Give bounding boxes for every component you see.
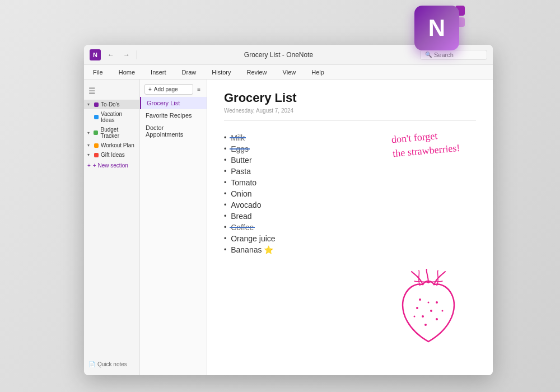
- svg-point-5: [419, 298, 421, 301]
- note-area[interactable]: Grocery List Wednesday, August 7, 2024 •…: [207, 80, 493, 375]
- svg-point-9: [442, 310, 444, 312]
- notes-icon: 📄: [88, 361, 95, 367]
- section-color-gifts: [94, 153, 99, 157]
- svg-point-3: [436, 318, 438, 320]
- section-color-budget: [94, 130, 98, 135]
- sidebar-item-vacation[interactable]: Vacation Ideas: [84, 109, 139, 125]
- section-label-workout: Workout Plan: [101, 142, 134, 148]
- new-section-button[interactable]: + + New section: [84, 161, 139, 170]
- page-item-recipes[interactable]: Favorite Recipes: [140, 109, 207, 122]
- strawberry-drawing: [392, 269, 465, 347]
- section-label-budget: Budget Tracker: [100, 127, 136, 139]
- add-icon: +: [148, 86, 152, 92]
- section-color-workout: [94, 143, 99, 148]
- onenote-window: N ← → Grocery List - OneNote 🔍 File Home…: [84, 45, 493, 375]
- bullet-icon: •: [224, 223, 226, 231]
- new-section-label: + New section: [93, 162, 128, 169]
- bullet-icon: •: [224, 156, 226, 164]
- svg-point-6: [436, 301, 438, 304]
- section-label-vacation: Vacation Ideas: [101, 111, 136, 123]
- back-button[interactable]: ←: [105, 50, 116, 60]
- item-eggs: Eggs: [231, 144, 249, 153]
- chevron-down-icon: ▾: [87, 102, 92, 107]
- item-oj: Orange juice: [231, 234, 275, 243]
- add-page-button[interactable]: + Add page: [144, 84, 193, 95]
- sidebar-item-gifts[interactable]: ▾ Gift Ideas: [84, 150, 139, 160]
- sections-sidebar: ☰ ▾ To-Do's Vacation Ideas ▾ Budget T: [84, 80, 140, 375]
- chevron-right-workout-icon: ▾: [87, 143, 92, 148]
- note-title: Grocery List: [224, 91, 476, 105]
- hamburger-menu[interactable]: ☰: [84, 84, 139, 97]
- section-label-todos: To-Do's: [101, 101, 120, 108]
- bullet-icon: •: [224, 190, 226, 198]
- list-item: • Tomato: [224, 177, 476, 188]
- bullet-icon: •: [224, 167, 226, 175]
- note-date: Wednesday, August 7, 2024: [224, 108, 476, 121]
- list-item: • Pasta: [224, 166, 476, 177]
- forward-button[interactable]: →: [121, 50, 132, 60]
- page-item-doctor[interactable]: Doctor Appointments: [140, 122, 207, 141]
- svg-point-2: [430, 310, 432, 312]
- bullet-icon: •: [224, 235, 226, 242]
- handwritten-note: don't forget the strawberries!: [391, 127, 460, 161]
- item-butter: Butter: [231, 156, 251, 165]
- bullet-icon: •: [224, 201, 226, 209]
- svg-point-4: [424, 324, 427, 326]
- section-color-todos: [94, 102, 99, 107]
- pages-sidebar: + Add page ≡ Grocery List Favorite Recip…: [140, 80, 207, 375]
- ribbon-insert[interactable]: Insert: [148, 68, 169, 77]
- onenote-logo: N: [409, 6, 465, 67]
- section-color-vacation: [94, 115, 99, 119]
- list-item: • Avocado: [224, 199, 476, 211]
- ribbon-home[interactable]: Home: [116, 68, 137, 77]
- add-page-label: Add page: [154, 86, 178, 92]
- chevron-right-icon: ▾: [87, 130, 91, 136]
- onenote-app-icon: N: [90, 49, 101, 60]
- sidebar-item-budget[interactable]: ▾ Budget Tracker: [84, 125, 139, 141]
- svg-point-7: [428, 302, 430, 304]
- pages-toolbar: + Add page ≡: [140, 80, 207, 97]
- list-item: • Bread: [224, 211, 476, 222]
- ribbon-view[interactable]: View: [281, 68, 298, 77]
- item-bread: Bread: [231, 212, 251, 221]
- divider: [137, 50, 137, 59]
- bullet-icon: •: [224, 134, 226, 142]
- window-title: Grocery List - OneNote: [142, 51, 416, 59]
- item-milk: Milk: [231, 133, 245, 142]
- section-label-gifts: Gift Ideas: [101, 152, 125, 158]
- sidebar-item-todos[interactable]: ▾ To-Do's: [84, 100, 139, 109]
- logo-n-icon: N: [414, 6, 459, 50]
- page-item-grocery[interactable]: Grocery List: [140, 97, 207, 109]
- svg-point-0: [416, 307, 418, 309]
- sidebar-item-workout[interactable]: ▾ Workout Plan: [84, 141, 139, 150]
- quick-notes-label: Quick notes: [97, 361, 127, 367]
- ribbon-file[interactable]: File: [91, 68, 105, 77]
- item-avocado: Avocado: [231, 200, 261, 209]
- list-item: • Onion: [224, 188, 476, 199]
- bullet-icon: •: [224, 145, 226, 153]
- ribbon-draw[interactable]: Draw: [180, 68, 199, 77]
- list-item: • Orange juice: [224, 233, 476, 244]
- item-bananas: Bananas ⭐: [231, 245, 273, 254]
- item-coffee: Coffee: [231, 223, 254, 232]
- bullet-icon: •: [224, 212, 226, 220]
- bullet-icon: •: [224, 246, 226, 254]
- item-tomato: Tomato: [231, 178, 256, 187]
- list-item: • Coffee: [224, 222, 476, 233]
- svg-point-8: [414, 316, 416, 318]
- content-area: ☰ ▾ To-Do's Vacation Ideas ▾ Budget T: [84, 80, 493, 375]
- svg-point-1: [422, 315, 424, 318]
- ribbon-review[interactable]: Review: [245, 68, 269, 77]
- plus-icon: +: [87, 162, 91, 169]
- ribbon-history[interactable]: History: [209, 68, 233, 77]
- item-onion: Onion: [231, 189, 251, 198]
- bullet-icon: •: [224, 179, 226, 186]
- sort-pages-button[interactable]: ≡: [195, 85, 202, 94]
- quick-notes-button[interactable]: 📄 Quick notes: [84, 358, 139, 371]
- ribbon-help[interactable]: Help: [309, 68, 326, 77]
- item-pasta: Pasta: [231, 167, 251, 176]
- section-group: ▾ To-Do's Vacation Ideas ▾ Budget Tracke…: [84, 100, 139, 160]
- list-item: • Bananas ⭐: [224, 244, 476, 255]
- chevron-right-gifts-icon: ▾: [87, 152, 92, 157]
